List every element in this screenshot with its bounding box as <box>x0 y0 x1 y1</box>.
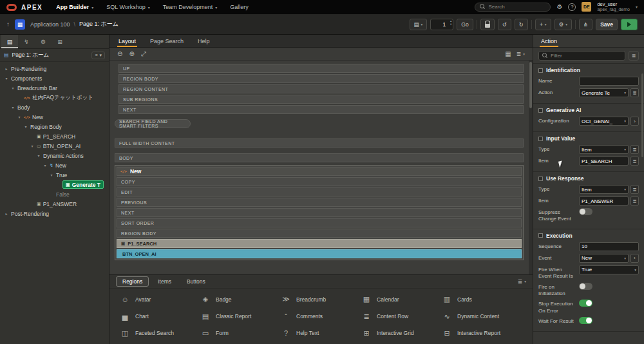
list-of-values-icon[interactable]: ≣ <box>630 196 639 205</box>
suppress-change-event-toggle[interactable] <box>579 208 592 215</box>
type-select[interactable]: Item▾ <box>579 145 629 154</box>
wait-for-result-toggle[interactable] <box>579 317 592 324</box>
tree-node-new[interactable]: ▾</>New <box>0 112 109 122</box>
filter-input[interactable] <box>551 53 621 59</box>
chevron-down-icon[interactable]: ▾ <box>43 163 48 167</box>
tab-page-search[interactable]: Page Search <box>149 35 185 47</box>
page-lock-button[interactable] <box>480 19 495 30</box>
canvas-scrollbar[interactable] <box>529 61 533 274</box>
group-checkbox[interactable] <box>538 137 543 141</box>
gallery-item-help-text[interactable]: ?Help Text <box>281 329 361 338</box>
layout-row-full-width-content[interactable]: FULL WIDTH CONTENT <box>115 139 524 148</box>
chevron-down-icon[interactable]: ▾ <box>10 105 15 110</box>
gallery-item-calendar[interactable]: ▦Calendar <box>361 294 442 304</box>
layout-row-next[interactable]: NEXT <box>118 105 524 114</box>
tree-node-false[interactable]: False <box>0 189 109 199</box>
property-scrollbar-thumb[interactable] <box>641 73 643 157</box>
layout-row-body[interactable]: BODY <box>115 153 524 162</box>
tree-node-p1-search[interactable]: ▣P1_SEARCH <box>0 131 109 141</box>
chevron-right-icon[interactable]: ▸ <box>4 211 9 216</box>
nav-item-gallery[interactable]: Gallery <box>230 4 249 10</box>
region-row-next[interactable]: NEXT <box>117 208 522 217</box>
page-number-spinner[interactable]: ▴ ▾ <box>450 20 451 26</box>
list-of-values-icon[interactable]: ≣ <box>630 185 639 194</box>
layout-row-region-body[interactable]: REGION BODY <box>118 74 524 83</box>
tab-layout[interactable]: Layout <box>117 35 137 47</box>
tree-node-generate-t[interactable]: ▣Generate T <box>0 180 109 189</box>
redo-button[interactable]: ↻ <box>515 19 528 30</box>
chevron-down-icon[interactable]: ▾ <box>17 115 22 119</box>
up-arrow-icon[interactable]: ↑ <box>6 21 10 28</box>
app-icon[interactable]: ▦ <box>15 19 25 30</box>
help-icon[interactable]: ? <box>568 3 576 11</box>
list-of-values-icon[interactable]: ≣ <box>630 88 639 97</box>
tree-node-breadcrumb-bar[interactable]: ▾Breadcrumb Bar <box>0 83 109 93</box>
gallery-tab-regions[interactable]: Regions <box>116 276 149 287</box>
go-to-icon[interactable]: › <box>630 117 639 126</box>
layout-button-btn-open-ai[interactable]: BTN_OPEN_AI <box>117 249 522 258</box>
tree-node-dynamic-actions[interactable]: ▾Dynamic Actions <box>0 151 109 160</box>
tab-help[interactable]: Help <box>196 35 211 47</box>
team-dev-button[interactable]: ⋔ <box>579 19 592 30</box>
rendering-tab[interactable]: ▤ <box>1 35 18 48</box>
region-row-edit[interactable]: EDIT <box>117 187 522 196</box>
chevron-down-icon[interactable]: ▾ <box>36 153 41 158</box>
fire-on-initialization-toggle[interactable] <box>579 283 592 290</box>
avatar[interactable]: DE <box>582 2 591 12</box>
tree-node-components[interactable]: ▾Components <box>0 73 109 83</box>
layout-row-region-content[interactable]: REGION CONTENT <box>118 84 524 93</box>
event-select[interactable]: New▾ <box>579 254 629 263</box>
tree-menu-button[interactable]: ≡ ▾ <box>91 52 105 59</box>
go-button[interactable]: Go <box>457 19 473 30</box>
dynamic-actions-tab[interactable]: ↯ <box>18 35 35 48</box>
processing-tab[interactable]: ⚙ <box>35 35 52 48</box>
fire-when-event-result-is-select[interactable]: True▾ <box>579 265 639 274</box>
chevron-down-icon[interactable]: ▾ <box>23 124 28 129</box>
global-search[interactable] <box>475 3 551 12</box>
layout-row-search-field[interactable]: SEARCH FIELD AND SMART FILTERS <box>115 119 191 128</box>
gallery-item-interactive-report[interactable]: ⊟Interactive Report <box>442 329 522 338</box>
chevron-down-icon[interactable]: ▾ <box>49 173 54 177</box>
region-row-sort-order[interactable]: SORT ORDER <box>117 218 522 227</box>
tree-node-new[interactable]: ▾↯New <box>0 160 109 170</box>
gallery-item-classic-report[interactable]: ▤Classic Report <box>200 312 281 321</box>
gallery-tab-items[interactable]: Items <box>151 276 178 287</box>
page-finder-button[interactable]: ▤ ▾ <box>410 19 428 30</box>
name-input[interactable] <box>579 77 639 86</box>
page-number-field[interactable]: ▴ ▾ <box>430 19 453 30</box>
nav-item-sql-workshop[interactable]: SQL Workshop▾ <box>106 4 150 10</box>
layout-row-sub-regions[interactable]: SUB REGIONS <box>118 95 524 104</box>
gallery-item-interactive-grid[interactable]: ⊞Interactive Grid <box>361 329 442 338</box>
group-checkbox[interactable] <box>538 177 543 181</box>
type-select[interactable]: Item▾ <box>579 185 629 194</box>
gallery-item-chart[interactable]: ▅Chart <box>120 312 200 321</box>
gallery-item-avatar[interactable]: ☺Avatar <box>120 294 200 304</box>
wrench-icon[interactable]: ⚙ <box>556 3 562 10</box>
action-select[interactable]: Generate Te▾ <box>579 88 629 97</box>
chevron-right-icon[interactable]: ▸ <box>4 66 9 71</box>
tree-node-faq[interactable]: </>社内FAQチャットボット <box>0 93 109 102</box>
go-to-icon[interactable]: › <box>630 254 639 263</box>
nav-item-app-builder[interactable]: App Builder▾ <box>56 4 93 10</box>
page-number-input[interactable] <box>433 21 446 28</box>
grid-icon[interactable]: ▦ <box>505 50 511 57</box>
search-input[interactable] <box>488 4 545 10</box>
tree-node-post-rendering[interactable]: ▸Post-Rendering <box>0 209 109 218</box>
save-button[interactable]: Save <box>596 19 618 30</box>
chevron-down-icon[interactable]: ▾ <box>4 76 9 81</box>
panel-options-button[interactable]: ≣ <box>629 51 639 61</box>
region-row-previous[interactable]: PREVIOUS <box>117 198 522 207</box>
layout-row-up[interactable]: UP <box>118 64 524 73</box>
group-checkbox[interactable] <box>538 233 543 238</box>
property-filter[interactable] <box>538 51 625 61</box>
group-checkbox[interactable] <box>538 68 543 73</box>
tree-node-true[interactable]: ▾True <box>0 170 109 180</box>
shared-components-tab[interactable]: ⊞ <box>52 35 68 48</box>
gallery-item-breadcrumb[interactable]: ≫Breadcrumb <box>281 294 361 304</box>
utilities-button[interactable]: ⚙ ▾ <box>554 19 572 30</box>
sequence-input[interactable]: 10 <box>579 242 639 251</box>
tree-node-btn-open-ai[interactable]: ▾▭BTN_OPEN_AI <box>0 141 109 151</box>
region-header[interactable]: </> New <box>117 167 522 176</box>
item-input[interactable]: P1_SEARCH <box>579 157 629 166</box>
zoom-out-icon[interactable]: ⊖ <box>117 50 122 57</box>
